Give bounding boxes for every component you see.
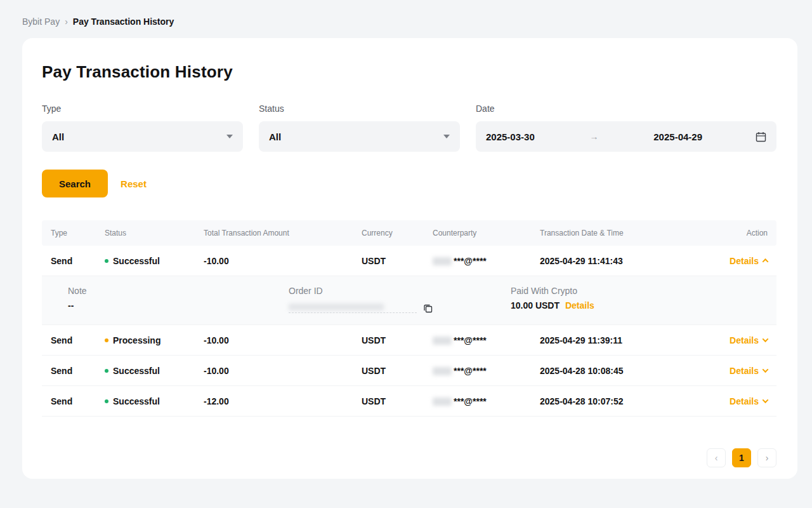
cell-datetime: 2025-04-28 10:08:45	[540, 366, 691, 376]
actions-row: Search Reset	[42, 170, 776, 197]
cell-counterparty: ***@****	[433, 335, 540, 345]
breadcrumb: Bybit Pay › Pay Transaction History	[0, 0, 812, 38]
breadcrumb-parent[interactable]: Bybit Pay	[22, 17, 60, 27]
header-status: Status	[105, 229, 204, 237]
status-select[interactable]: All	[259, 121, 460, 152]
table-row: Send Successful -10.00 USDT ***@**** 202…	[42, 246, 776, 276]
filter-type: Type All	[42, 104, 243, 152]
filter-status: Status All	[259, 104, 460, 152]
redacted-text	[433, 367, 452, 375]
cell-status: Successful	[113, 366, 160, 376]
detail-paid-with-crypto: Paid With Crypto 10.00 USDT Details	[511, 286, 768, 313]
cell-type: Send	[51, 366, 105, 376]
status-dot-icon	[105, 399, 108, 403]
details-toggle-button[interactable]: Details	[730, 335, 768, 345]
cell-datetime: 2025-04-29 11:39:11	[540, 335, 691, 345]
paid-details-link[interactable]: Details	[565, 300, 594, 311]
chevron-down-icon	[763, 397, 769, 403]
table-row: Send Successful -12.00 USDT ***@**** 202…	[42, 386, 776, 417]
cell-counterparty: ***@****	[433, 256, 540, 266]
pagination-page-1-button[interactable]: 1	[732, 448, 751, 467]
type-select[interactable]: All	[42, 121, 243, 152]
detail-note: Note --	[68, 286, 289, 313]
calendar-icon[interactable]	[756, 131, 766, 142]
cell-status: Successful	[113, 396, 160, 406]
filter-type-label: Type	[42, 104, 243, 114]
reset-button[interactable]: Reset	[121, 178, 147, 189]
type-select-value: All	[52, 131, 64, 142]
paid-with-crypto-label: Paid With Crypto	[511, 286, 768, 296]
status-select-value: All	[269, 131, 281, 142]
chevron-down-icon	[226, 135, 233, 138]
redacted-text	[433, 398, 452, 406]
header-counterparty: Counterparty	[433, 229, 540, 237]
cell-amount: -10.00	[204, 366, 362, 376]
table-header-row: Type Status Total Transaction Amount Cur…	[42, 220, 776, 246]
order-id-label: Order ID	[289, 286, 511, 296]
date-end-value[interactable]: 2025-04-29	[653, 131, 702, 142]
details-toggle-button[interactable]: Details	[730, 366, 768, 376]
status-dot-icon	[105, 338, 108, 342]
chevron-down-icon	[763, 366, 769, 373]
pagination-next-button[interactable]: ›	[757, 448, 776, 467]
filter-status-label: Status	[259, 104, 460, 114]
header-datetime: Transaction Date & Time	[540, 229, 691, 237]
cell-currency: USDT	[362, 335, 433, 345]
pagination-prev-button[interactable]: ‹	[707, 448, 726, 467]
cell-datetime: 2025-04-28 10:07:52	[540, 396, 691, 406]
pagination: ‹ 1 ›	[42, 448, 776, 467]
cell-amount: -10.00	[204, 335, 362, 345]
cell-counterparty: ***@****	[433, 366, 540, 376]
status-badge: Successful	[105, 396, 204, 406]
details-toggle-button[interactable]: Details	[730, 256, 768, 266]
breadcrumb-current: Pay Transaction History	[73, 17, 174, 27]
main-card: Pay Transaction History Type All Status …	[22, 38, 797, 479]
redacted-text	[433, 337, 452, 345]
note-label: Note	[68, 286, 289, 296]
chevron-up-icon	[763, 258, 769, 265]
page-title: Pay Transaction History	[42, 62, 776, 82]
cell-amount: -10.00	[204, 256, 362, 266]
paid-with-crypto-value: 10.00 USDT	[511, 300, 560, 311]
breadcrumb-separator-icon: ›	[65, 17, 68, 27]
cell-counterparty: ***@****	[433, 396, 540, 406]
status-badge: Successful	[105, 366, 204, 376]
table-row: Send Successful -10.00 USDT ***@**** 202…	[42, 356, 776, 386]
cell-currency: USDT	[362, 256, 433, 266]
chevron-down-icon	[443, 135, 450, 138]
status-badge: Processing	[105, 335, 204, 345]
filter-date: Date 2025-03-30 → 2025-04-29	[476, 104, 776, 152]
date-range-arrow-icon: →	[535, 131, 654, 142]
date-range-input[interactable]: 2025-03-30 → 2025-04-29	[476, 121, 776, 152]
copy-icon[interactable]	[423, 304, 433, 313]
cell-type: Send	[51, 256, 105, 266]
note-value: --	[68, 300, 289, 311]
redacted-text	[433, 257, 452, 265]
cell-datetime: 2025-04-29 11:41:43	[540, 256, 691, 266]
cell-currency: USDT	[362, 366, 433, 376]
table-row: Send Processing -10.00 USDT ***@**** 202…	[42, 325, 776, 356]
cell-currency: USDT	[362, 396, 433, 406]
header-action: Action	[747, 229, 768, 237]
details-toggle-button[interactable]: Details	[730, 396, 768, 406]
filters-row: Type All Status All Date 2025-03-30 → 20…	[42, 104, 776, 152]
cell-type: Send	[51, 396, 105, 406]
detail-order-id: Order ID	[289, 286, 511, 313]
header-type: Type	[51, 229, 105, 237]
date-start-value[interactable]: 2025-03-30	[486, 131, 535, 142]
filter-date-label: Date	[476, 104, 776, 114]
status-dot-icon	[105, 259, 108, 263]
transaction-table: Type Status Total Transaction Amount Cur…	[42, 220, 776, 417]
expanded-detail-panel: Note -- Order ID Paid With Crypto	[42, 276, 776, 325]
cell-type: Send	[51, 335, 105, 345]
chevron-down-icon	[763, 336, 769, 342]
cell-status: Processing	[113, 335, 160, 345]
status-dot-icon	[105, 369, 108, 373]
status-badge: Successful	[105, 256, 204, 266]
header-currency: Currency	[362, 229, 433, 237]
order-id-redacted-value	[289, 302, 417, 313]
search-button[interactable]: Search	[42, 170, 108, 197]
header-amount: Total Transaction Amount	[204, 229, 362, 237]
cell-amount: -12.00	[204, 396, 362, 406]
cell-status: Successful	[113, 256, 160, 266]
